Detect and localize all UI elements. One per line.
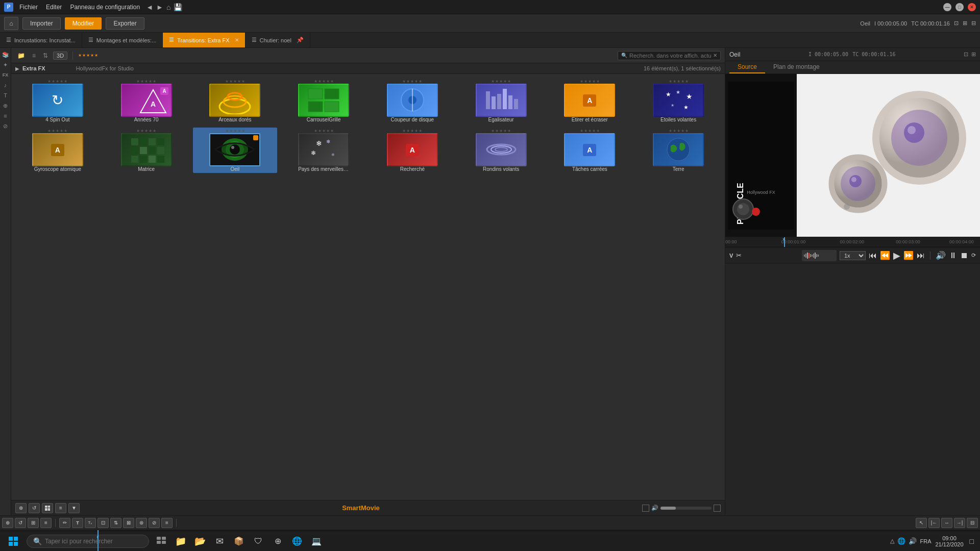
item-egalisateur[interactable]: ★★★★★ Egalisateur bbox=[459, 78, 544, 123]
tab-source[interactable]: Source bbox=[729, 61, 765, 73]
tl-arrows[interactable]: ⇅ bbox=[110, 518, 121, 528]
frame-back-button[interactable]: ⏪ bbox=[880, 251, 890, 260]
tl-cursor-icon[interactable]: ↖ bbox=[916, 518, 927, 528]
search-input[interactable] bbox=[629, 53, 711, 59]
taskbar-dropbox[interactable]: 📦 bbox=[231, 533, 247, 549]
tab-transitions[interactable]: ☰ Transitions: Extra FX ✕ bbox=[163, 33, 245, 47]
tl-list[interactable]: ≡ bbox=[161, 518, 173, 528]
taskbar-task-view[interactable] bbox=[153, 533, 169, 549]
taskbar-teams[interactable]: 💻 bbox=[308, 533, 325, 549]
stop-button[interactable]: ⏹ bbox=[960, 251, 968, 260]
frame-forward-button[interactable]: ⏩ bbox=[903, 251, 914, 260]
nav-home[interactable]: ⌂ bbox=[166, 3, 170, 11]
tab-montages[interactable]: ☰ Montages et modèles:... bbox=[82, 33, 163, 47]
preview-more-icon[interactable]: ⊞ bbox=[971, 51, 976, 58]
taskbar-explorer[interactable]: 📁 bbox=[173, 533, 189, 549]
sm-box-left[interactable] bbox=[642, 505, 649, 512]
item-etirer[interactable]: ★★★★★ A Etirer et écraser bbox=[548, 78, 632, 123]
list-view-icon[interactable]: ≡ bbox=[30, 51, 38, 60]
loop-button[interactable]: ⟳ bbox=[971, 252, 976, 259]
sidebar-disc-icon[interactable]: ⊘ bbox=[1, 121, 10, 131]
item-coupeur[interactable]: ★★★★★ Coupeur de disque bbox=[370, 78, 455, 123]
sort-icon[interactable]: ⇅ bbox=[41, 51, 50, 60]
item-pays[interactable]: ★★★★★ ❄ ❄ ❄ ❄ Pays des merveilles ... bbox=[281, 128, 366, 173]
minimize-button[interactable]: — bbox=[943, 3, 951, 11]
tl-ripple[interactable]: ⊛ bbox=[136, 518, 147, 528]
sm-add-button[interactable]: ⊕ bbox=[15, 503, 27, 513]
taskbar-folder[interactable]: 📂 bbox=[192, 533, 208, 549]
maximize-button[interactable]: □ bbox=[955, 3, 964, 11]
pause-button[interactable]: ⏸ bbox=[949, 251, 957, 260]
item-oeil[interactable]: ★★★★★ bbox=[193, 128, 278, 173]
import-button[interactable]: Importer bbox=[22, 17, 61, 30]
tl-move-left[interactable]: |← bbox=[928, 518, 940, 528]
filter-stars[interactable]: ★ ★ ★ ★ ★ bbox=[78, 53, 98, 58]
forward-to-end-button[interactable]: ⏭ bbox=[917, 251, 925, 260]
tray-chevron[interactable]: △ bbox=[890, 538, 894, 544]
item-4spinout[interactable]: ★★★★★ ↻ 4 Spin Out bbox=[15, 78, 100, 123]
taskbar-office[interactable]: ⊕ bbox=[270, 533, 286, 549]
fullscreen-icon[interactable]: ⊡ bbox=[954, 20, 959, 27]
taskbar-search-input[interactable] bbox=[45, 538, 137, 545]
item-etoiles[interactable]: ★★★★★ ★ ★ ★ ★ ★ Etoiles volantes bbox=[636, 78, 721, 123]
taskbar-shield[interactable]: 🛡 bbox=[250, 533, 266, 549]
volume-button[interactable]: 🔊 bbox=[936, 251, 946, 260]
item-rondins[interactable]: ★★★★★ Rondins volants bbox=[459, 128, 544, 173]
menu-fichier[interactable]: Fichier bbox=[19, 4, 38, 11]
notification-area[interactable]: □ bbox=[968, 537, 976, 545]
preview-playhead[interactable]: ▼ bbox=[784, 237, 785, 247]
item-matrice[interactable]: ★★★★★ bbox=[104, 128, 189, 173]
tl-menu[interactable]: ≡ bbox=[40, 518, 52, 528]
tl-cut[interactable]: ⊠ bbox=[123, 518, 134, 528]
panel-icon[interactable]: ⊟ bbox=[971, 20, 976, 27]
sidebar-music-icon[interactable]: ♪ bbox=[1, 81, 10, 90]
sidebar-effects-icon[interactable]: ✦ bbox=[1, 60, 10, 69]
sm-speaker-icon[interactable]: 🔊 bbox=[651, 505, 658, 511]
home-button[interactable]: ⌂ bbox=[4, 17, 18, 30]
search-clear-icon[interactable]: ✕ bbox=[713, 53, 717, 58]
preview-expand-icon[interactable]: ⊡ bbox=[964, 51, 968, 58]
search-box[interactable]: 🔍 ✕ bbox=[618, 51, 721, 60]
item-arceaux[interactable]: ★★★★★ Arceaux dorés bbox=[193, 78, 278, 123]
sm-refresh-button[interactable]: ↺ bbox=[29, 503, 40, 513]
tl-text2[interactable]: Tₓ bbox=[85, 518, 96, 528]
tab-chutier[interactable]: ☰ Chutier: noel 📌 bbox=[246, 33, 310, 47]
tab-incrustations[interactable]: ☰ Incrustations: Incrustat... bbox=[0, 33, 82, 47]
3d-toggle[interactable]: 3D bbox=[53, 52, 67, 60]
menu-panneau[interactable]: Panneau de configuration bbox=[70, 4, 140, 11]
tl-box[interactable]: ⊡ bbox=[97, 518, 109, 528]
start-button[interactable] bbox=[4, 532, 22, 550]
tray-lang[interactable]: FRA bbox=[920, 538, 931, 544]
sidebar-fx-icon[interactable]: FX bbox=[1, 70, 10, 80]
tl-move-right[interactable]: →| bbox=[954, 518, 965, 528]
folder-icon[interactable]: 📁 bbox=[15, 51, 27, 60]
scissors-button[interactable]: ✂ bbox=[736, 252, 742, 259]
play-button[interactable]: ▶ bbox=[893, 250, 900, 261]
item-annees70[interactable]: ★★★★★ A A Années 70 bbox=[104, 78, 189, 123]
sidebar-chapter-icon[interactable]: ⊕ bbox=[1, 101, 10, 110]
tl-grid[interactable]: ⊞ bbox=[28, 518, 39, 528]
sm-menu-button[interactable]: ≡ bbox=[55, 503, 66, 513]
sidebar-menu-icon[interactable]: ≡ bbox=[1, 111, 10, 120]
sm-grid-button[interactable] bbox=[42, 503, 53, 513]
speed-selector[interactable]: 1x 0.5x 2x bbox=[840, 251, 866, 260]
nav-save[interactable]: 💾 bbox=[174, 3, 182, 11]
item-taches[interactable]: ★★★★★ A Tâches carrées bbox=[548, 128, 632, 173]
tl-add-track[interactable]: ⊕ bbox=[2, 518, 13, 528]
sidebar-library-icon[interactable]: 📚 bbox=[1, 50, 10, 59]
sm-box-right[interactable] bbox=[714, 505, 721, 512]
close-button[interactable]: ✕ bbox=[968, 3, 976, 11]
sidebar-text-icon[interactable]: T bbox=[1, 91, 10, 100]
system-clock[interactable]: 09:00 21/12/2020 bbox=[935, 535, 963, 547]
v-button[interactable]: V bbox=[729, 253, 733, 259]
settings-icon[interactable]: ⊞ bbox=[963, 20, 967, 27]
tab-pin-icon[interactable]: 📌 bbox=[297, 37, 304, 43]
tab-close-icon[interactable]: ✕ bbox=[235, 37, 239, 43]
modify-button[interactable]: Modifier bbox=[65, 17, 102, 30]
export-button[interactable]: Exporter bbox=[106, 17, 144, 30]
nav-forward[interactable]: ► bbox=[156, 3, 163, 11]
taskbar-mail[interactable]: ✉ bbox=[211, 533, 228, 549]
tl-expand[interactable]: ↔ bbox=[941, 518, 952, 528]
sm-down-button[interactable]: ▼ bbox=[68, 503, 80, 513]
timeline-playhead[interactable]: ▼ bbox=[97, 530, 99, 551]
